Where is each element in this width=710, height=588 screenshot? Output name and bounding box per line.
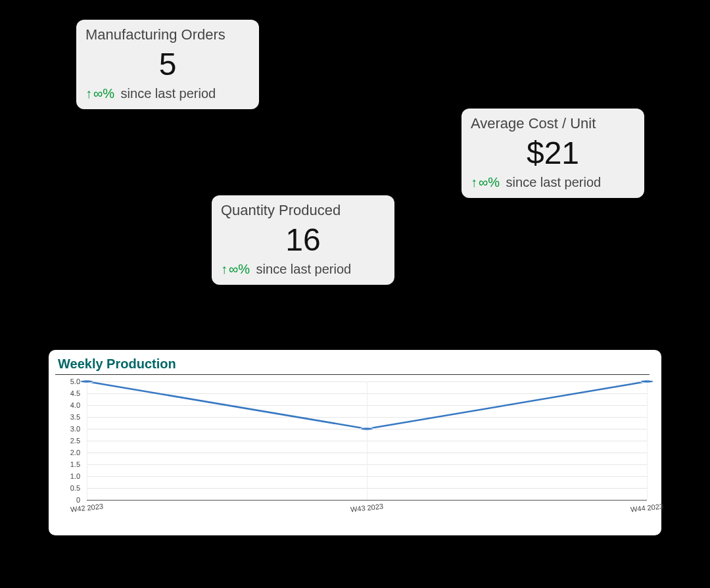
arrow-up-icon: ↑: [221, 262, 227, 276]
x-tick: W44 2023: [630, 502, 663, 513]
svg-point-2: [640, 380, 653, 383]
x-tick: W43 2023: [350, 502, 383, 513]
y-tick: 5.0: [70, 378, 80, 385]
kpi-value: 16: [221, 223, 385, 258]
kpi-card-manufacturing-orders: Manufacturing Orders 5 ↑∞% since last pe…: [76, 20, 259, 109]
y-tick: 2.5: [70, 437, 80, 445]
line-series: [87, 381, 647, 500]
kpi-delta-since: since last period: [121, 86, 216, 101]
kpi-card-avg-cost-unit: Average Cost / Unit $21 ↑∞% since last p…: [462, 109, 644, 198]
divider: [55, 374, 650, 375]
x-tick: W42 2023: [70, 502, 103, 513]
kpi-value: $21: [471, 136, 635, 171]
chart-weekly-production: Weekly Production 0 0.5 1.0 1.5 2.0 2.5 …: [49, 350, 661, 535]
kpi-delta-pct: ∞%: [93, 86, 114, 101]
arrow-up-icon: ↑: [471, 175, 477, 189]
kpi-title: Manufacturing Orders: [85, 26, 250, 43]
y-tick: 0.5: [70, 484, 80, 492]
y-tick: 3.0: [70, 425, 80, 433]
x-axis-line: [87, 500, 647, 501]
svg-point-1: [360, 428, 373, 430]
kpi-title: Average Cost / Unit: [471, 115, 635, 132]
y-tick: 3.5: [70, 413, 80, 421]
gridline: [647, 381, 648, 500]
plot-region: [87, 381, 647, 500]
y-tick: 1.0: [70, 472, 80, 480]
kpi-value: 5: [85, 47, 250, 82]
y-tick: 1.5: [70, 460, 80, 468]
y-axis: 0 0.5 1.0 1.5 2.0 2.5 3.0 3.5 4.0 4.5 5.…: [55, 381, 83, 500]
kpi-card-quantity-produced: Quantity Produced 16 ↑∞% since last peri…: [212, 195, 394, 285]
kpi-delta-since: since last period: [506, 175, 602, 189]
y-tick: 2.0: [70, 449, 80, 456]
y-tick: 4.0: [70, 401, 80, 409]
arrow-up-icon: ↑: [85, 86, 92, 101]
kpi-delta: ↑∞% since last period: [85, 86, 250, 101]
x-axis: W42 2023 W43 2023 W44 2023: [87, 501, 647, 520]
kpi-delta: ↑∞% since last period: [471, 175, 635, 190]
kpi-delta-since: since last period: [256, 262, 352, 276]
y-tick: 4.5: [70, 389, 80, 397]
kpi-delta-pct: ∞%: [229, 262, 250, 276]
kpi-delta: ↑∞% since last period: [221, 262, 385, 277]
svg-point-0: [80, 380, 93, 383]
kpi-title: Quantity Produced: [221, 202, 385, 219]
kpi-delta-pct: ∞%: [479, 175, 500, 189]
chart-plot-area: 0 0.5 1.0 1.5 2.0 2.5 3.0 3.5 4.0 4.5 5.…: [55, 381, 650, 520]
y-tick: 0: [76, 496, 80, 504]
chart-title: Weekly Production: [58, 356, 650, 372]
